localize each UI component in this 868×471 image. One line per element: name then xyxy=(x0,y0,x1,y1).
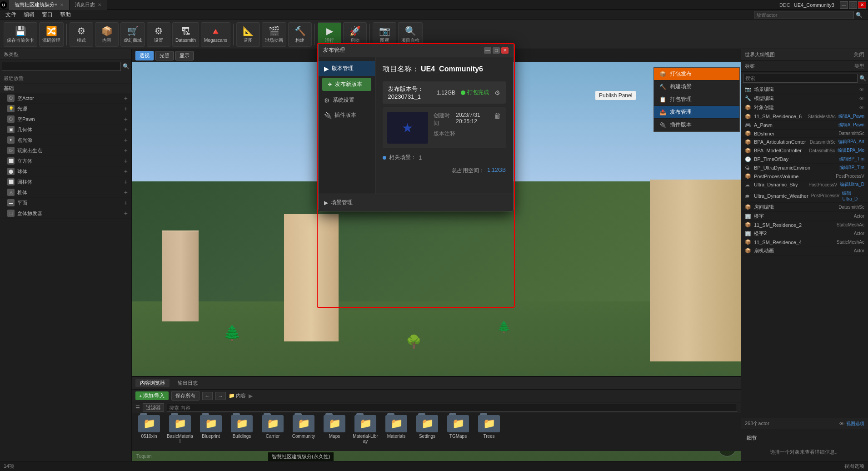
add-empty-pawn-btn[interactable]: + xyxy=(124,115,128,123)
add-sphere-btn[interactable]: + xyxy=(124,168,128,175)
menu-window[interactable]: 窗口 xyxy=(38,10,56,20)
outliner-item-bpa-model[interactable]: 📦 BPA_ModelController DatasmithSc 编辑BPA_… xyxy=(741,146,868,155)
toolbar-cinematics[interactable]: 🎬 过场动画 xyxy=(262,22,286,47)
toolbar-marketplace[interactable]: 🛒 虚幻商城 xyxy=(120,22,145,47)
edit-ultra-sky-btn[interactable]: 编辑Ultra_D xyxy=(840,181,864,188)
eye-icon-0[interactable]: 👁 xyxy=(859,87,864,92)
cb-fwd-btn[interactable]: → xyxy=(215,392,226,400)
outliner-item-fan-anim[interactable]: 📦 扇机动画 Actor xyxy=(741,246,868,256)
edit-residence6-btn[interactable]: 编辑A_Pawn xyxy=(838,113,864,120)
viewport-lighting-btn[interactable]: 光照 xyxy=(155,51,174,60)
modal-close-btn[interactable]: ✕ xyxy=(501,47,509,54)
cb-save-btn[interactable]: 保存所有 xyxy=(171,391,200,401)
cb-add-import-btn[interactable]: + 添加/导入 xyxy=(135,391,169,400)
modal-maximize-btn[interactable]: □ xyxy=(493,47,500,54)
actor-item-cylinder[interactable]: ⬜ 圆柱体 + xyxy=(0,177,131,187)
title-tab-main[interactable]: 智慧社区建筑纵分+ ✕ xyxy=(9,0,70,10)
add-plane-btn[interactable]: + xyxy=(124,199,128,206)
add-cube-btn[interactable]: + xyxy=(124,157,128,165)
modal-minimize-btn[interactable]: — xyxy=(484,47,491,54)
cb-back-btn[interactable]: ← xyxy=(202,392,213,400)
outliner-search-input[interactable] xyxy=(743,74,858,83)
modal-scene-mgmt[interactable]: ▶ 场景管理 xyxy=(319,194,513,211)
edit-ultra-weather-btn[interactable]: 编辑Ultra_D xyxy=(842,190,864,201)
outliner-item-scene-edit[interactable]: 📷 场景编辑 👁 xyxy=(741,85,868,94)
cb-tab-browser[interactable]: 内容浏览器 xyxy=(135,379,170,387)
viewport-perspective-btn[interactable]: 透视 xyxy=(135,51,154,60)
edit-bp-timeofday-btn[interactable]: 编辑BP_Tim xyxy=(839,156,864,162)
outliner-item-building[interactable]: 🏢 楼宇 Actor xyxy=(741,212,868,221)
toolbar-source[interactable]: 🔀 源码管理 xyxy=(39,22,64,47)
folder-buildings[interactable]: 📁 Buildings xyxy=(228,415,255,439)
outliner-item-bdshinei[interactable]: 📦 BDshinei DatasmithSc xyxy=(741,130,868,138)
folder-materials[interactable]: 📁 Materials xyxy=(383,415,410,439)
outliner-item-object-create[interactable]: 📦 对象创建 👁 xyxy=(741,103,868,112)
overlay-build-scene-btn[interactable]: 🔨 构建场景 xyxy=(654,80,739,93)
menu-file[interactable]: 文件 xyxy=(2,10,20,20)
add-cylinder-btn[interactable]: + xyxy=(124,178,128,185)
nav-version-mgmt[interactable]: ▶ 版本管理 xyxy=(319,61,375,76)
actor-search-input[interactable] xyxy=(2,62,121,71)
outliner-item-building2[interactable]: 🏢 楼宇2 Actor xyxy=(741,229,868,238)
actor-item-light[interactable]: 💡 光源 + xyxy=(0,104,131,114)
actor-item-player-start[interactable]: ▷ 玩家出生点 + xyxy=(0,145,131,156)
modal-version-row[interactable]: 发布版本号：20230731_1 1.12GB 打包完成 ⚙ xyxy=(383,81,506,104)
folder-community[interactable]: 📁 Community xyxy=(290,415,317,439)
outliner-search-icon[interactable]: 🔍 xyxy=(859,75,866,81)
add-empty-actor-btn[interactable]: + xyxy=(124,95,128,102)
cb-tab-output[interactable]: 输出日志 xyxy=(173,379,202,387)
outliner-close-btn[interactable]: 关闭 xyxy=(853,51,864,59)
add-point-light-btn[interactable]: + xyxy=(124,136,128,144)
search-actor-input[interactable] xyxy=(754,11,854,19)
toolbar-datasmith[interactable]: 🏗 Datasmith xyxy=(172,22,199,47)
tab-close-messages[interactable]: ✕ xyxy=(98,2,101,7)
edit-bpa-art-btn[interactable]: 编辑BPA_Art xyxy=(838,139,864,145)
actor-item-empty-actor[interactable]: ⬡ 空Actor + xyxy=(0,93,131,104)
outliner-item-room-edit[interactable]: 📦 房间编辑 DatasmithSc xyxy=(741,203,868,212)
outliner-item-bp-dynamic[interactable]: 🌤 BP_UltraDynamicEnviron 编辑BP_Tim xyxy=(741,164,868,172)
outliner-item-ultra-sky[interactable]: ☁ Ultra_Dynamic_Sky PostProcessV 编辑Ultra… xyxy=(741,180,868,189)
eye-icon-1[interactable]: 👁 xyxy=(859,96,864,101)
minimize-btn[interactable]: — xyxy=(840,1,848,9)
folder-0510xin[interactable]: 📁 0510xin xyxy=(135,415,163,439)
outliner-item-ultra-weather[interactable]: 🌧 Ultra_Dynamic_Weather PostProcessV 编辑U… xyxy=(741,189,868,203)
overlay-publish-btn[interactable]: 📦 打包发布 xyxy=(654,68,739,80)
toolbar-modes[interactable]: ⚙ 模式 xyxy=(70,22,93,47)
search-actor-icon[interactable]: 🔍 xyxy=(856,12,863,18)
eye-icon-2[interactable]: 👁 xyxy=(859,105,864,110)
actor-item-cone[interactable]: △ 椎体 + xyxy=(0,187,131,198)
add-geometry-btn[interactable]: + xyxy=(124,126,128,133)
toolbar-megascans[interactable]: 🔺 Megascans xyxy=(201,22,230,47)
edit-apawn-btn[interactable]: 编辑A_Pawn xyxy=(838,122,864,128)
add-light-btn[interactable]: + xyxy=(124,105,128,112)
view-options-status[interactable]: 视图选项 xyxy=(844,463,864,470)
overlay-plugin-ver-btn[interactable]: 🔌 插件版本 xyxy=(654,119,739,131)
folder-blueprint[interactable]: 📁 Blueprint xyxy=(197,415,224,439)
view-options-btn[interactable]: 视图选项 xyxy=(846,421,864,427)
cb-search-input[interactable] xyxy=(167,404,737,412)
actor-item-sphere[interactable]: ⬤ 球体 + xyxy=(0,166,131,177)
add-player-start-btn[interactable]: + xyxy=(124,147,128,154)
outliner-item-residence4[interactable]: 📦 11_SM_Residence_4 StaticMeshAc xyxy=(741,238,868,246)
folder-material-libray[interactable]: 📁 Material-Libray xyxy=(352,415,379,444)
add-cone-btn[interactable]: + xyxy=(124,189,128,196)
version-gear-btn[interactable]: ⚙ xyxy=(494,89,500,96)
add-box-trigger-btn[interactable]: + xyxy=(124,210,128,217)
toolbar-blueprint[interactable]: 📐 蓝图 xyxy=(236,22,260,47)
outliner-item-residence2[interactable]: 📦 11_SM_Residence_2 StaticMeshAc xyxy=(741,221,868,229)
overlay-publish-mgmt-btn[interactable]: 📤 发布管理 xyxy=(654,106,739,119)
folder-settings[interactable]: 📁 Settings xyxy=(414,415,441,439)
actor-item-box-trigger[interactable]: ⬚ 盒体触发器 + xyxy=(0,208,131,219)
search-icon[interactable]: 🔍 xyxy=(123,63,130,70)
folder-tgmaps[interactable]: 📁 TGMaps xyxy=(444,415,472,439)
nav-sys-settings[interactable]: ⚙ 系统设置 xyxy=(319,93,375,108)
outliner-item-residence6[interactable]: 📦 11_SM_Residence_6 StaticMeshAc 编辑A_Paw… xyxy=(741,112,868,121)
actor-item-point-light[interactable]: ✦ 点光源 + xyxy=(0,135,131,145)
nav-publish-new-btn[interactable]: ✈ 发布新版本 xyxy=(322,78,371,91)
version-delete-btn[interactable]: 🗑 xyxy=(494,112,501,120)
tab-close-main[interactable]: ✕ xyxy=(60,2,64,7)
outliner-item-bp-timeofday[interactable]: 🕐 BP_TimeOfDay 编辑BP_Tim xyxy=(741,155,868,164)
outliner-item-bpa-art[interactable]: 📦 BPA_ArticulationCenter DatasmithSc 编辑B… xyxy=(741,138,868,146)
actor-item-plane[interactable]: ▬ 平面 + xyxy=(0,198,131,208)
close-btn[interactable]: ✕ xyxy=(858,1,866,9)
